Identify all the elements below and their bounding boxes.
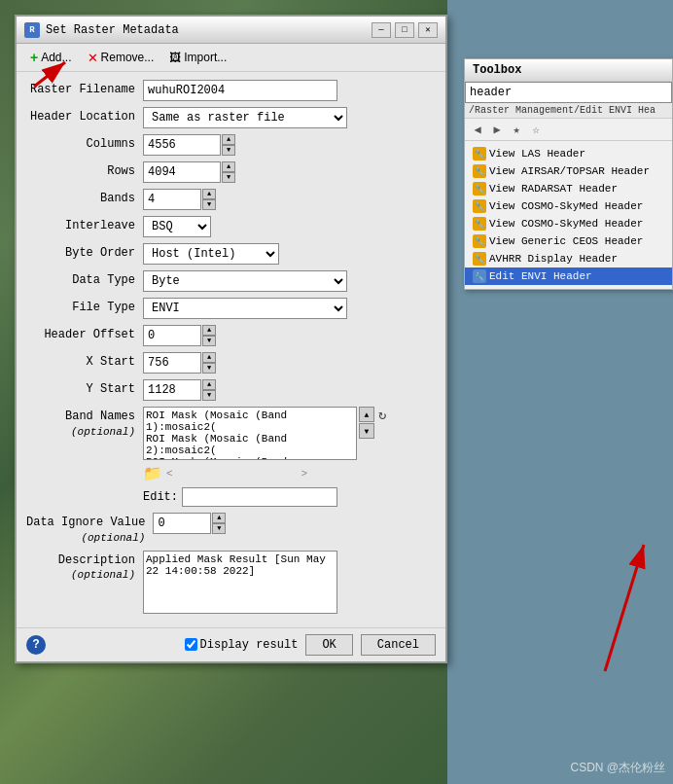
close-button[interactable]: ✕	[418, 22, 438, 38]
tree-item-cosmo2-label: View COSMO-SkyMed Header	[489, 218, 643, 230]
header-offset-row: Header Offset ▲ ▼	[26, 325, 436, 346]
header-offset-up-btn[interactable]: ▲	[202, 325, 216, 336]
display-result-wrap: Display result	[185, 638, 299, 652]
rows-input[interactable]	[143, 161, 221, 183]
toolbox-toolbar: ◀ ▶ ★ ☆	[465, 119, 672, 141]
x-start-down-btn[interactable]: ▼	[202, 363, 216, 374]
columns-input[interactable]	[143, 134, 221, 156]
display-result-checkbox[interactable]	[185, 638, 197, 651]
x-start-input[interactable]	[143, 352, 201, 374]
remove-label: Remove...	[101, 51, 155, 64]
tree-item-airsar-icon: 🔧	[473, 164, 486, 178]
tree-item-envi-icon: 🔧	[473, 269, 486, 283]
header-location-row: Header Location Same as raster file Othe…	[26, 107, 436, 128]
byte-order-label: Byte Order	[26, 243, 143, 262]
header-offset-down-btn[interactable]: ▼	[202, 336, 216, 346]
byte-order-select[interactable]: Host (Intel) Network (IEEE)	[143, 243, 279, 265]
header-location-select[interactable]: Same as raster file Other...	[143, 107, 347, 128]
raster-filename-row: Raster Filename	[26, 80, 436, 101]
band-names-area: ROI Mask (Mosaic (Band 1):mosaic2( ROI M…	[143, 407, 386, 507]
bands-label: Bands	[26, 189, 143, 207]
rows-row: Rows ▲ ▼	[26, 161, 436, 183]
header-offset-input[interactable]	[143, 325, 201, 346]
band-scroll-down-btn[interactable]: ▼	[359, 423, 374, 439]
header-offset-label: Header Offset	[26, 325, 143, 343]
bands-row: Bands ▲ ▼	[26, 189, 436, 210]
x-start-label: X Start	[26, 352, 143, 371]
rows-up-btn[interactable]: ▲	[222, 161, 235, 172]
y-start-spinner-btns: ▲ ▼	[202, 379, 216, 401]
bands-down-btn[interactable]: ▼	[202, 199, 216, 210]
star-outline-icon[interactable]: ☆	[527, 121, 545, 138]
ok-button[interactable]: OK	[305, 634, 352, 656]
tree-item-ceos-header[interactable]: 🔧 View Generic CEOS Header	[465, 232, 672, 250]
cancel-button[interactable]: Cancel	[361, 634, 436, 656]
header-offset-spinner-btns: ▲ ▼	[202, 325, 216, 346]
x-start-spinner: ▲ ▼	[143, 352, 216, 374]
y-start-up-btn[interactable]: ▲	[202, 379, 216, 390]
tree-item-cosmo1-header[interactable]: 🔧 View COSMO-SkyMed Header	[465, 197, 672, 215]
rows-spinner-btns: ▲ ▼	[222, 161, 235, 183]
data-ignore-down-btn[interactable]: ▼	[212, 523, 226, 534]
tree-item-avhrr-header[interactable]: 🔧 AVHRR Display Header	[465, 250, 672, 267]
tree-item-envi-label: Edit ENVI Header	[489, 270, 592, 282]
tree-item-cosmo2-header[interactable]: 🔧 View COSMO-SkyMed Header	[465, 215, 672, 232]
raster-filename-input[interactable]	[143, 80, 337, 101]
band-refresh-btn[interactable]: ↻	[378, 407, 386, 460]
maximize-button[interactable]: □	[395, 22, 414, 38]
data-type-select[interactable]: Byte Integer Long Floating Point Double	[143, 270, 347, 292]
add-button[interactable]: + Add...	[24, 48, 78, 67]
y-start-input[interactable]	[143, 379, 201, 401]
data-ignore-spinner: ▲ ▼	[153, 513, 226, 534]
form-area: Raster Filename Header Location Same as …	[17, 72, 445, 627]
bands-up-btn[interactable]: ▲	[202, 189, 216, 199]
y-start-row: Y Start ▲ ▼	[26, 379, 436, 401]
toolbox-search-input[interactable]	[465, 82, 672, 103]
add-icon: +	[30, 50, 38, 65]
band-names-textarea[interactable]: ROI Mask (Mosaic (Band 1):mosaic2( ROI M…	[143, 407, 357, 460]
rows-spinner: ▲ ▼	[143, 161, 235, 183]
remove-button[interactable]: ✕ Remove...	[82, 49, 160, 67]
tree-item-airsar-label: View AIRSAR/TOPSAR Header	[489, 165, 650, 177]
band-scroll-btns: ▲ ▼	[359, 407, 374, 460]
interleave-select[interactable]: BSQ BIL BIP	[143, 216, 211, 237]
toolbox-panel: Toolbox /Raster Management/Edit ENVI Hea…	[464, 58, 673, 290]
tree-item-las-header[interactable]: 🔧 View LAS Header	[465, 145, 672, 162]
bands-spinner-btns: ▲ ▼	[202, 189, 216, 210]
data-ignore-up-btn[interactable]: ▲	[212, 513, 226, 523]
minimize-button[interactable]: —	[372, 22, 391, 38]
file-type-row: File Type ENVI	[26, 298, 436, 319]
rows-label: Rows	[26, 161, 143, 180]
dialog-titlebar: R Set Raster Metadata — □ ✕	[17, 17, 445, 44]
data-ignore-label: Data Ignore Value (optional)	[26, 513, 153, 545]
edit-row: Edit:	[143, 487, 386, 507]
folder-button[interactable]: 📁	[143, 464, 162, 483]
back-icon[interactable]: ◀	[469, 121, 486, 138]
data-ignore-input[interactable]	[153, 513, 211, 534]
footer-right: Display result OK Cancel	[185, 634, 436, 656]
bands-input[interactable]	[143, 189, 201, 210]
toolbar: + Add... ✕ Remove... 🖼 Import...	[17, 44, 445, 72]
y-start-down-btn[interactable]: ▼	[202, 390, 216, 401]
rows-down-btn[interactable]: ▼	[222, 172, 235, 183]
data-type-row: Data Type Byte Integer Long Floating Poi…	[26, 270, 436, 292]
file-type-label: File Type	[26, 298, 143, 316]
edit-input[interactable]	[182, 487, 337, 507]
band-scroll-up-btn[interactable]: ▲	[359, 407, 374, 422]
file-type-select[interactable]: ENVI	[143, 298, 347, 319]
band-names-label: Band Names (optional)	[26, 407, 143, 439]
interleave-row: Interleave BSQ BIL BIP	[26, 216, 436, 237]
tree-item-radarsat-header[interactable]: 🔧 View RADARSAT Header	[465, 180, 672, 197]
columns-up-btn[interactable]: ▲	[222, 134, 235, 145]
description-textarea[interactable]: Applied Mask Result [Sun May 22 14:00:58…	[143, 551, 337, 614]
x-start-up-btn[interactable]: ▲	[202, 352, 216, 363]
forward-icon[interactable]: ▶	[488, 121, 506, 138]
help-button[interactable]: ?	[26, 635, 46, 655]
tree-item-las-icon: 🔧	[473, 147, 486, 160]
title-left: R Set Raster Metadata	[24, 22, 179, 38]
tree-item-airsar-header[interactable]: 🔧 View AIRSAR/TOPSAR Header	[465, 162, 672, 180]
star-filled-icon[interactable]: ★	[508, 121, 525, 138]
import-button[interactable]: 🖼 Import...	[163, 49, 232, 66]
tree-item-envi-header[interactable]: 🔧 Edit ENVI Header	[465, 267, 672, 285]
columns-down-btn[interactable]: ▼	[222, 145, 235, 156]
